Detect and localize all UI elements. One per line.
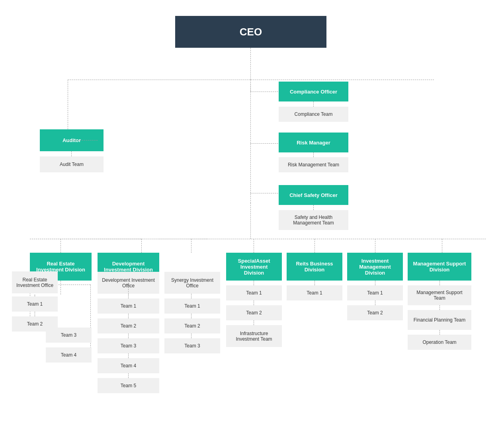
- re-office-box: Real Estate Investment Office: [12, 271, 58, 293]
- synergy-team3-box: Team 3: [164, 338, 220, 353]
- ceo-box: CEO: [175, 16, 326, 48]
- ceo-label: CEO: [240, 26, 262, 38]
- chief-safety-box: Chief Safety Officer: [279, 185, 348, 205]
- reits-team1-label: Team 1: [307, 290, 322, 296]
- compliance-officer-box: Compliance Officer: [279, 82, 348, 101]
- dev-team5-box: Team 5: [98, 378, 159, 393]
- ms-operation-box: Operation Team: [408, 335, 471, 350]
- development-div-label: Development Investment Division: [102, 261, 155, 273]
- dev-team1-box: Team 1: [98, 298, 159, 314]
- re-team3-box: Team 3: [46, 328, 92, 343]
- ms-support-team-label: Management Support Team: [412, 290, 467, 301]
- risk-mgmt-team-label: Risk Management Team: [288, 162, 339, 168]
- investment-mgmt-div-label: Investment Management Division: [351, 258, 399, 276]
- sa-team1-box: Team 1: [226, 285, 282, 300]
- dev-team1-label: Team 1: [121, 303, 136, 309]
- audit-team-box: Audit Team: [40, 156, 104, 172]
- im-team1-box: Team 1: [347, 285, 403, 300]
- re-team3-label: Team 3: [61, 332, 76, 338]
- ms-financial-label: Financial Planning Team: [414, 317, 466, 323]
- synergy-team2-box: Team 2: [164, 318, 220, 333]
- audit-team-label: Audit Team: [60, 162, 84, 167]
- mgmt-support-div-label: Management Support Division: [412, 261, 467, 273]
- compliance-team-box: Compliance Team: [279, 107, 348, 122]
- sa-team2-box: Team 2: [226, 305, 282, 320]
- re-team2-label: Team 2: [27, 321, 43, 327]
- reits-div-label: Reits Business Division: [291, 261, 338, 273]
- risk-manager-label: Risk Manager: [297, 140, 330, 146]
- safety-team-box: Safety and Health Management Team: [279, 210, 348, 230]
- ms-operation-label: Operation Team: [422, 339, 456, 345]
- reits-team1-box: Team 1: [287, 285, 342, 300]
- special-asset-div-label: SpecialAsset Investment Division: [230, 258, 278, 276]
- chief-safety-label: Chief Safety Officer: [289, 192, 338, 198]
- risk-manager-box: Risk Manager: [279, 133, 348, 152]
- dev-team2-box: Team 2: [98, 318, 159, 333]
- compliance-team-label: Compliance Team: [295, 111, 333, 117]
- im-team2-box: Team 2: [347, 305, 403, 320]
- re-team1-box: Team 1: [12, 296, 58, 312]
- dev-team5-label: Team 5: [121, 383, 136, 388]
- risk-mgmt-team-box: Risk Management Team: [279, 157, 348, 172]
- mgmt-support-div-box: Management Support Division: [408, 253, 471, 281]
- re-team4-box: Team 4: [46, 347, 92, 363]
- synergy-header-text: Synergy Investment Office: [164, 258, 220, 269]
- im-team2-label: Team 2: [367, 310, 383, 316]
- synergy-office-box: Synergy Investment Office: [164, 272, 220, 294]
- re-office-label: Real Estate Investment Office: [16, 277, 54, 288]
- sa-infra-label: Infrastructure Investment Team: [230, 331, 278, 342]
- safety-team-label: Safety and Health Management Team: [283, 215, 344, 226]
- compliance-officer-label: Compliance Officer: [290, 89, 337, 95]
- dev-team3-box: Team 3: [98, 338, 159, 353]
- im-team1-label: Team 1: [367, 290, 383, 296]
- reits-div-box: Reits Business Division: [287, 253, 342, 281]
- synergy-office-label: Synergy Investment Office: [168, 277, 216, 289]
- dev-team4-label: Team 4: [121, 363, 136, 369]
- sa-team1-label: Team 1: [246, 290, 262, 296]
- synergy-team2-label: Team 2: [184, 323, 200, 329]
- dev-team4-box: Team 4: [98, 358, 159, 373]
- real-estate-div-label: Real Estate Investment Division: [34, 261, 88, 273]
- dev-team3-label: Team 3: [121, 343, 136, 349]
- ms-financial-box: Financial Planning Team: [408, 310, 471, 330]
- synergy-team3-label: Team 3: [184, 343, 200, 349]
- sa-infra-box: Infrastructure Investment Team: [226, 325, 282, 347]
- synergy-team1-box: Team 1: [164, 298, 220, 314]
- re-team1-label: Team 1: [27, 301, 43, 307]
- special-asset-div-box: SpecialAsset Investment Division: [226, 253, 282, 281]
- re-team4-label: Team 4: [61, 352, 76, 358]
- ms-support-team-box: Management Support Team: [408, 285, 471, 305]
- synergy-team1-label: Team 1: [184, 303, 200, 309]
- investment-mgmt-div-box: Investment Management Division: [347, 253, 403, 281]
- dev-team2-label: Team 2: [121, 323, 136, 329]
- org-chart: CEO Auditor Audit Team Compliance Office…: [8, 8, 496, 423]
- sa-team2-label: Team 2: [246, 310, 262, 316]
